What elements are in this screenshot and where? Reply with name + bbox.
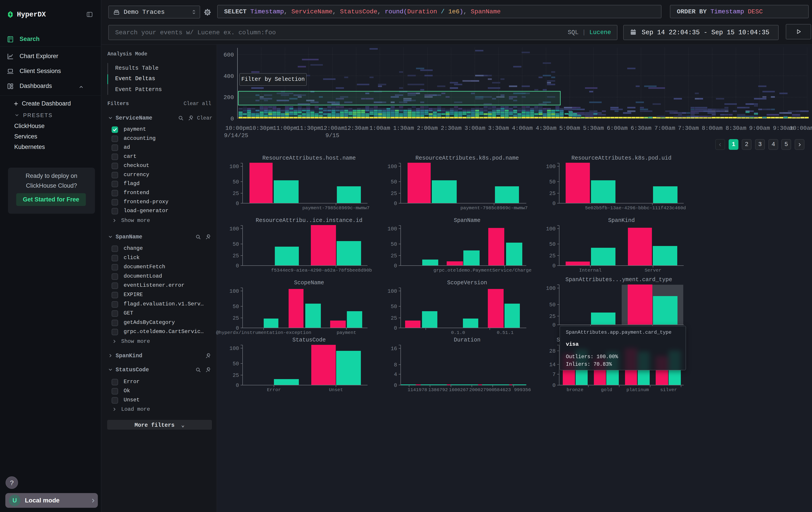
svg-text:platinum: platinum xyxy=(627,387,649,393)
svg-text:11:00pm: 11:00pm xyxy=(273,125,297,132)
svg-text:0: 0 xyxy=(394,263,397,269)
svg-text:0.1.0: 0.1.0 xyxy=(451,330,465,335)
svg-text:200027900: 200027900 xyxy=(469,387,494,393)
svg-text:25: 25 xyxy=(391,191,397,196)
svg-text:999356: 999356 xyxy=(514,387,531,393)
svg-text:SpanAttributes...yment.card_ty: SpanAttributes...yment.card_type xyxy=(566,276,672,283)
svg-text:gold: gold xyxy=(601,387,612,393)
svg-text:10:00pm: 10:00pm xyxy=(225,125,250,132)
svg-text:1141978: 1141978 xyxy=(408,387,427,393)
svg-text:50: 50 xyxy=(391,179,397,185)
svg-text:3:00am: 3:00am xyxy=(464,125,485,132)
svg-text:100: 100 xyxy=(387,226,397,232)
svg-text:6:00am: 6:00am xyxy=(607,125,628,132)
svg-text:StatusCode: StatusCode xyxy=(292,337,326,343)
svg-text:5:00am: 5:00am xyxy=(559,125,580,132)
svg-text:0: 0 xyxy=(236,263,239,269)
svg-text:8:30am: 8:30am xyxy=(726,125,746,132)
svg-text:100: 100 xyxy=(387,164,397,170)
svg-text:9/14/25: 9/14/25 xyxy=(224,132,248,139)
svg-text:25: 25 xyxy=(549,253,556,259)
svg-text:5:30am: 5:30am xyxy=(583,125,604,132)
svg-text:ResourceAttributes.k8s.pod.uid: ResourceAttributes.k8s.pod.uid xyxy=(572,155,671,161)
svg-text:50: 50 xyxy=(391,304,397,309)
svg-text:0: 0 xyxy=(553,382,556,388)
svg-text:50: 50 xyxy=(233,361,239,367)
svg-text:25: 25 xyxy=(233,253,239,259)
svg-text:28: 28 xyxy=(549,348,556,354)
svg-text:silver: silver xyxy=(660,387,677,393)
svg-text:25: 25 xyxy=(549,191,556,196)
svg-text:Error: Error xyxy=(267,387,281,393)
svg-text:0.51.1: 0.51.1 xyxy=(497,330,514,335)
svg-text:ResourceAttribu..ice.instance.: ResourceAttribu..ice.instance.id xyxy=(256,217,362,224)
svg-text:50: 50 xyxy=(549,179,556,185)
svg-text:ScopeName: ScopeName xyxy=(294,279,324,286)
svg-text:100: 100 xyxy=(546,164,556,170)
svg-text:25: 25 xyxy=(549,314,556,319)
svg-text:bronze: bronze xyxy=(567,387,583,393)
svg-text:SpanKind: SpanKind xyxy=(608,217,635,224)
svg-text:SpanName: SpanName xyxy=(454,217,481,224)
svg-text:2:00am: 2:00am xyxy=(417,125,438,132)
svg-text:584623: 584623 xyxy=(494,387,511,393)
svg-text:5e02b5fb-13ae-4296-bbbc-111f42: 5e02b5fb-13ae-4296-bbbc-111f423c460d xyxy=(585,206,686,211)
svg-text:14: 14 xyxy=(549,362,556,368)
svg-text:0: 0 xyxy=(553,322,556,328)
svg-text:Internal: Internal xyxy=(579,268,602,273)
svg-text:0: 0 xyxy=(394,200,397,207)
svg-text:8: 8 xyxy=(394,362,397,368)
svg-text:ResourceAttributes.host.name: ResourceAttributes.host.name xyxy=(262,155,356,161)
svg-text:2:30am: 2:30am xyxy=(441,125,462,132)
svg-text:100: 100 xyxy=(229,346,239,351)
svg-text:0: 0 xyxy=(230,115,234,122)
svg-text:4:30am: 4:30am xyxy=(535,125,556,132)
svg-text:7: 7 xyxy=(553,372,556,378)
svg-text:100: 100 xyxy=(546,286,556,291)
svg-text:Unset: Unset xyxy=(329,387,343,393)
svg-text:10:30pm: 10:30pm xyxy=(249,125,273,132)
svg-text:25: 25 xyxy=(233,372,239,378)
svg-text:ScopeVersion: ScopeVersion xyxy=(447,279,487,286)
svg-text:ResourceAttributes.k8s.pod.nam: ResourceAttributes.k8s.pod.name xyxy=(415,155,519,161)
svg-text:11:30pm: 11:30pm xyxy=(296,125,321,132)
svg-text:50: 50 xyxy=(391,241,397,247)
svg-text:10:00am: 10:00am xyxy=(789,125,812,132)
svg-text:25: 25 xyxy=(233,315,239,321)
svg-text:1:00am: 1:00am xyxy=(369,125,390,132)
svg-text:100: 100 xyxy=(387,288,397,294)
svg-text:25: 25 xyxy=(391,253,397,259)
svg-text:payment-7985c8969c-mwmw7: payment-7985c8969c-mwmw7 xyxy=(302,206,370,211)
svg-text:100: 100 xyxy=(229,288,239,294)
svg-text:9:00am: 9:00am xyxy=(749,125,770,132)
svg-text:grpc.oteldemo.PaymentService/C: grpc.oteldemo.PaymentService/Charge xyxy=(433,268,531,273)
svg-text:0: 0 xyxy=(236,382,239,388)
svg-text:50: 50 xyxy=(549,302,556,308)
svg-text:200: 200 xyxy=(224,94,234,101)
svg-text:0: 0 xyxy=(553,263,556,269)
svg-text:25: 25 xyxy=(233,191,239,196)
svg-text:9/15: 9/15 xyxy=(325,132,339,139)
svg-text:@hyperdx/instrumentation-excep: @hyperdx/instrumentation-exception xyxy=(216,330,311,335)
svg-text:1386792: 1386792 xyxy=(428,387,448,393)
svg-text:7:00am: 7:00am xyxy=(655,125,675,132)
svg-text:f5344ec9-a1ea-4290-a62a-78f5be: f5344ec9-a1ea-4290-a62a-78f5bee8d90b xyxy=(271,268,372,273)
svg-text:6:30am: 6:30am xyxy=(631,125,651,132)
svg-text:12:30am: 12:30am xyxy=(344,125,368,132)
svg-text:4:00am: 4:00am xyxy=(512,125,533,132)
svg-text:payment: payment xyxy=(337,330,356,335)
svg-text:Server: Server xyxy=(644,268,662,273)
svg-text:0: 0 xyxy=(394,325,397,331)
svg-text:1600267: 1600267 xyxy=(449,387,468,393)
svg-text:1:30am: 1:30am xyxy=(393,125,414,132)
svg-text:8:00am: 8:00am xyxy=(702,125,723,132)
svg-text:600: 600 xyxy=(224,52,234,58)
svg-text:12:00am: 12:00am xyxy=(320,125,344,132)
svg-text:100: 100 xyxy=(229,226,239,232)
svg-text:Duration: Duration xyxy=(454,337,481,343)
svg-text:25: 25 xyxy=(391,315,397,321)
svg-text:50: 50 xyxy=(549,241,556,247)
svg-text:16: 16 xyxy=(391,346,397,352)
svg-text:400: 400 xyxy=(224,73,234,80)
svg-text:0: 0 xyxy=(394,382,397,388)
